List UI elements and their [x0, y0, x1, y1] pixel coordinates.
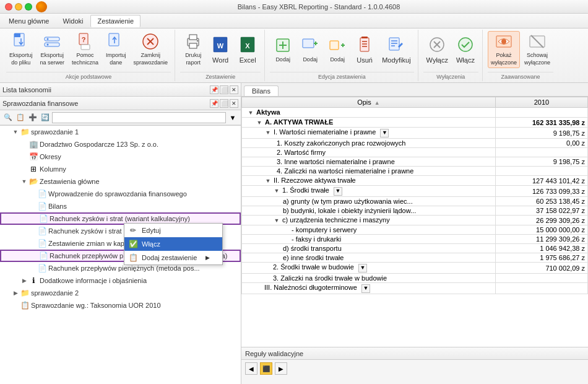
col-header-desc[interactable]: Opis ▲ [242, 97, 496, 108]
import-button[interactable]: Importujdane [103, 31, 129, 68]
val-btn-2[interactable]: ⬛ [260, 362, 272, 375]
table-row[interactable]: a) grunty (w tym prawo użytkowania wiec.… [242, 197, 588, 206]
toggle-sprawozdanie2[interactable]: ▶ [11, 289, 20, 297]
table-row[interactable]: d) środki transportu 1 046 942,38 z [242, 244, 588, 253]
filter-btn[interactable]: ▼ [358, 264, 367, 273]
tree-item-zestawienia[interactable]: ▼ 📂 Zestawienia główne [0, 175, 241, 188]
tree-item-dodatkowe[interactable]: ▶ ℹ Dodatkowe informacje i objaśnienia [0, 274, 241, 287]
show-off-button[interactable]: Pokażwyłączone [488, 31, 520, 68]
filter-btn[interactable]: ▼ [361, 284, 370, 293]
print-button[interactable]: Drukujraport [180, 31, 206, 68]
expand-btn[interactable]: ▼ [264, 129, 272, 136]
tree-search-input[interactable] [52, 112, 226, 123]
context-menu-item-enable[interactable]: ✅ Włącz [124, 237, 222, 251]
col-header-2010[interactable]: 2010 [495, 97, 587, 108]
ribbon-buttons-basic: Eksportujdo pliku Eksportujna serwer [6, 31, 171, 72]
table-row[interactable]: III. Należności długoterminowe ▼ [242, 283, 588, 294]
table-row[interactable]: ▼ I. Wartości niematerialne i prawne ▼ 9… [242, 128, 588, 139]
table-row[interactable]: ▼ Aktywa [242, 108, 588, 118]
close-window-btn[interactable] [5, 3, 12, 11]
validation-title: Reguły walidacyjne [245, 350, 303, 357]
ribbon-buttons-edit: Dodaj Dodaj [270, 31, 413, 72]
tree-search-btn[interactable]: ▼ [227, 112, 238, 123]
context-menu-item-edit[interactable]: ✏ Edytuj [124, 224, 222, 237]
expand-btn[interactable]: ▼ [273, 217, 280, 224]
filter-btn[interactable]: ▼ [334, 187, 342, 196]
table-row[interactable]: 3. Zaliczki na środki trwałe w budowie [242, 274, 588, 283]
add3-button[interactable]: Dodaj [324, 31, 350, 68]
tree-btn-2[interactable]: 📋 [15, 112, 26, 123]
excel-button[interactable]: X Excel [235, 31, 261, 68]
toggle-sprawozdanie1[interactable]: ▼ [11, 128, 20, 136]
table-row[interactable]: 2. Wartość firmy [242, 148, 588, 157]
tree-item-doradztwo[interactable]: 🏢 Doradztwo Gospodarcze 123 Sp. z o.o. [0, 138, 241, 151]
taxonomy-close-btn[interactable]: ✕ [230, 85, 238, 94]
reports-pin-btn[interactable]: 📌 [210, 99, 218, 108]
toggle-rachunek-pos [28, 264, 37, 273]
modify-button[interactable]: Modyfikuj [379, 31, 413, 68]
val-btn-1[interactable]: ◀ [245, 362, 257, 375]
val-btn-3[interactable]: ▶ [275, 362, 287, 375]
table-row[interactable]: ▼ A. AKTYWA TRWAŁE 162 331 335,98 z [242, 118, 588, 128]
tree-item-okresy[interactable]: 📅 Okresy [0, 151, 241, 163]
tree-btn-3[interactable]: ➕ [27, 112, 38, 123]
table-row[interactable]: ▼ c) urządzenia techniczne i maszyny 26 … [242, 216, 588, 225]
menu-item-zestawienie[interactable]: Zestawienie [90, 15, 141, 27]
table-row[interactable]: b) budynki, lokale i obiekty inżynierii … [242, 206, 588, 216]
table-row[interactable]: 1. Koszty zakończonych prac rozwojowych … [242, 139, 588, 148]
table-row[interactable]: 2. Środki trwałe w budowie ▼ 710 002,09 … [242, 263, 588, 274]
reports-float-btn[interactable]: ⬜ [220, 99, 228, 108]
menu-item-widoki[interactable]: Widoki [56, 15, 89, 27]
tree-item-kolumny[interactable]: ⊞ Kolumny [0, 163, 241, 175]
table-row[interactable]: 4. Zaliczki na wartości niematerialne i … [242, 167, 588, 176]
row-desc: 1. Koszty zakończonych prac rozwojowych [242, 139, 496, 148]
tree-item-wprowadzenie[interactable]: 📄 Wprowadzenie do sprawozdania finansowe… [0, 188, 241, 200]
add2-button[interactable]: Dodaj [297, 31, 323, 68]
remove-button[interactable]: Usuń [352, 31, 378, 68]
tree-label-rachunek-kalk: Rachunek zysków i strat (wariant kalkula… [50, 215, 190, 222]
word-button[interactable]: W Word [207, 31, 233, 68]
table-row[interactable]: ▼ 1. Środki trwałe ▼ 126 733 099,33 z [242, 186, 588, 197]
tab-bilans[interactable]: Bilans [244, 85, 279, 96]
export-server-button[interactable]: Eksportujna serwer [37, 31, 68, 68]
add1-button[interactable]: Dodaj [270, 31, 296, 68]
expand-btn[interactable]: ▼ [264, 177, 272, 185]
expand-btn[interactable]: ▼ [256, 119, 263, 126]
table-row[interactable]: ▼ II. Rzeczowe aktywa trwałe 127 443 101… [242, 176, 588, 186]
reports-close-btn[interactable]: ✕ [230, 99, 238, 108]
on-button[interactable]: Włącz [452, 31, 478, 68]
tree-btn-4[interactable]: 🔄 [40, 112, 51, 123]
tree-label-okresy: Okresy [40, 153, 61, 160]
maximize-window-btn[interactable] [25, 3, 32, 11]
filter-btn[interactable]: ▼ [380, 129, 389, 137]
table-row[interactable]: - komputery i serwery 15 000 000,00 z [242, 225, 588, 235]
row-desc: ▼ c) urządzenia techniczne i maszyny [242, 216, 496, 225]
menu-item-main[interactable]: Menu główne [2, 15, 55, 27]
minimize-window-btn[interactable] [15, 3, 22, 11]
close-report-button[interactable]: Zamknijsprawozdanie [131, 31, 171, 68]
toggle-dodatkowe[interactable]: ▶ [20, 276, 28, 285]
taxonomy-pin-btn[interactable]: 📌 [210, 85, 218, 94]
table-row[interactable]: 3. Inne wartości niematerialne i prawne … [242, 157, 588, 167]
tree-item-bilans[interactable]: 📄 Bilans [0, 200, 241, 212]
help-button[interactable]: ? Pomoctechniczna [69, 31, 102, 68]
modify-icon [386, 35, 406, 55]
data-table-wrapper[interactable]: Opis ▲ 2010 ▼ Aktywa [241, 97, 588, 347]
tree-item-sprawozdanie2[interactable]: ▶ 📁 sprawozdanie 2 [0, 287, 241, 299]
tree-item-sprawozdanie1[interactable]: ▼ 📁 sprawozdanie 1 [0, 126, 241, 138]
toggle-zestawienia[interactable]: ▼ [20, 177, 28, 186]
hide-button[interactable]: Schowajwyłączone [521, 31, 553, 68]
export-file-button[interactable]: Eksportujdo pliku [6, 31, 36, 68]
tree-item-taksonomia[interactable]: 📋 Sprawozdanie wg.: Taksonomia UOR 2010 [0, 299, 241, 312]
off-button[interactable]: Wyłącz [423, 31, 451, 68]
expand-btn[interactable]: ▼ [273, 187, 280, 194]
context-menu-item-add[interactable]: 📋 Dodaj zestawienie ▶ [124, 251, 222, 264]
table-row[interactable]: - faksy i drukarki 11 299 309,26 z [242, 235, 588, 244]
expand-btn[interactable]: ▼ [247, 109, 254, 116]
financial-reports-panel: Sprawozdania finansowe 📌 ⬜ ✕ 🔍 📋 ➕ 🔄 ▼ [0, 97, 241, 126]
table-row[interactable]: e) inne środki trwałe 1 975 686,27 z [242, 253, 588, 263]
title-bar: Bilans - Easy XBRL Reporting - Standard … [0, 0, 588, 14]
tree-btn-1[interactable]: 🔍 [2, 112, 14, 123]
taxonomy-float-btn[interactable]: ⬜ [220, 85, 228, 94]
sort-icon[interactable]: ▲ [374, 100, 380, 106]
